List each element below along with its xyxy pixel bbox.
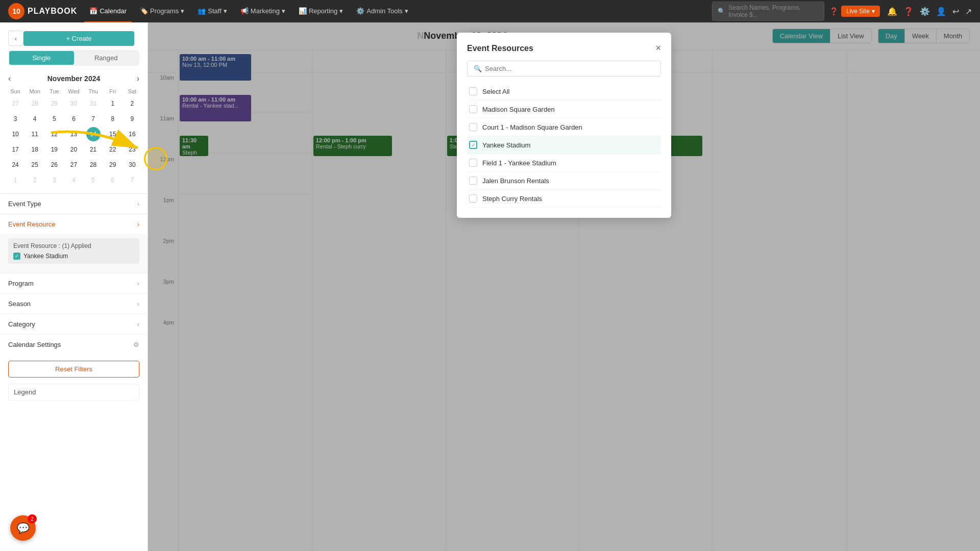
cal-day[interactable]: 30	[125, 158, 139, 172]
nav-staff[interactable]: 👥 Staff ▾	[192, 0, 232, 22]
event-resource-header[interactable]: Event Resource ›	[0, 214, 148, 234]
live-site-button[interactable]: Live Site ▾	[841, 6, 880, 17]
cal-day[interactable]: 3	[8, 112, 22, 126]
help-icon[interactable]: ❓	[829, 7, 838, 15]
cal-day[interactable]: 23	[125, 142, 139, 157]
create-button[interactable]: + Create	[23, 31, 134, 46]
cal-day[interactable]: 26	[47, 158, 61, 172]
cal-day[interactable]: 21	[86, 142, 101, 157]
yankee-stadium-checkbox-applied[interactable]	[13, 253, 20, 260]
cal-day[interactable]: 27	[66, 158, 81, 172]
season-header[interactable]: Season ›	[0, 294, 148, 314]
cal-day[interactable]: 15	[106, 127, 120, 141]
cal-day[interactable]: 9	[125, 112, 139, 126]
checkbox-yankee[interactable]	[469, 141, 477, 149]
cal-day[interactable]: 29	[106, 158, 120, 172]
cal-day[interactable]: 31	[86, 96, 101, 111]
user-icon[interactable]: 👤	[936, 7, 946, 16]
modal-item-yankee[interactable]: Yankee Stadium	[467, 136, 661, 154]
cal-day[interactable]: 5	[47, 112, 61, 126]
cal-day[interactable]: 18	[28, 142, 42, 157]
back-button[interactable]: ‹	[8, 31, 23, 46]
share-icon[interactable]: ↗	[965, 7, 972, 16]
chevron-right-icon: ›	[137, 321, 139, 328]
cal-day[interactable]: 30	[66, 96, 81, 111]
modal-item-court1msg[interactable]: Court 1 - Madison Square Garden	[467, 118, 661, 136]
modal-item-steph[interactable]: Steph Curry Rentals	[467, 190, 661, 208]
nav-calendar[interactable]: 📅 Calendar	[84, 0, 132, 22]
select-all-item[interactable]: Select All	[467, 83, 661, 101]
logo[interactable]: 10 PLAYBOOK	[8, 3, 77, 19]
global-search[interactable]: 🔍 Search Names, Programs, Invoice $...	[712, 2, 824, 21]
prev-month-button[interactable]: ‹	[6, 74, 13, 83]
logo-icon: 10	[8, 3, 24, 19]
cal-day[interactable]: 6	[66, 112, 81, 126]
checkbox-steph[interactable]	[469, 194, 477, 203]
cal-day-today[interactable]: 14	[86, 127, 101, 141]
cal-day[interactable]: 8	[106, 112, 120, 126]
cal-day[interactable]: 24	[8, 158, 22, 172]
cal-day[interactable]: 17	[8, 142, 22, 157]
checkbox-msg[interactable]	[469, 105, 477, 113]
cal-day[interactable]: 13	[66, 127, 81, 141]
category-header[interactable]: Category ›	[0, 314, 148, 334]
event-type-header[interactable]: Event Type ›	[0, 194, 148, 214]
cal-day[interactable]: 4	[66, 173, 81, 187]
cal-day[interactable]: 2	[28, 173, 42, 187]
cal-day[interactable]: 5	[86, 173, 101, 187]
calendar-grid: Sun Mon Tue Wed Thu Fri Sat 27 28 29 30 …	[6, 87, 141, 187]
cal-day[interactable]: 28	[28, 96, 42, 111]
modal-item-field1[interactable]: Field 1 - Yankee Stadium	[467, 154, 661, 172]
logo-text: PLAYBOOK	[28, 7, 77, 16]
modal-item-msg[interactable]: Madison Square Garden	[467, 101, 661, 118]
cal-day[interactable]: 7	[125, 173, 139, 187]
notifications-icon[interactable]: 🔔	[887, 7, 897, 16]
settings-icon[interactable]: ⚙️	[920, 7, 930, 16]
cal-day[interactable]: 12	[47, 127, 61, 141]
chat-bubble[interactable]: 💬 2	[10, 515, 36, 541]
nav-admin[interactable]: ⚙️ Admin Tools ▾	[351, 0, 413, 22]
calendar-settings-header[interactable]: Calendar Settings ⚙	[0, 335, 148, 355]
nav-reporting[interactable]: 📊 Reporting ▾	[293, 0, 348, 22]
cal-day[interactable]: 19	[47, 142, 61, 157]
event-resource-applied-panel: Event Resource : (1) Applied Yankee Stad…	[0, 234, 148, 273]
modal-close-button[interactable]: ×	[655, 43, 661, 54]
cal-day[interactable]: 28	[86, 158, 101, 172]
reset-filters-button[interactable]: Reset Filters	[8, 361, 139, 378]
cal-day[interactable]: 7	[86, 112, 101, 126]
modal-overlay[interactable]: Event Resources × 🔍 Select All Madison S…	[148, 22, 980, 551]
cal-day[interactable]: 3	[47, 173, 61, 187]
logout-icon[interactable]: ↩	[952, 7, 959, 16]
cal-day[interactable]: 1	[106, 96, 120, 111]
cal-day[interactable]: 27	[8, 96, 22, 111]
cal-day[interactable]: 4	[28, 112, 42, 126]
cal-day[interactable]: 11	[28, 127, 42, 141]
cal-day[interactable]: 25	[28, 158, 42, 172]
cal-day[interactable]: 2	[125, 96, 139, 111]
cal-day[interactable]: 20	[66, 142, 81, 157]
modal-search-input[interactable]	[485, 65, 654, 72]
cal-day[interactable]: 29	[47, 96, 61, 111]
event-resource-filter-section: Event Resource › Event Resource : (1) Ap…	[0, 214, 148, 273]
cal-day[interactable]: 16	[125, 127, 139, 141]
next-month-button[interactable]: ›	[135, 74, 141, 83]
select-all-checkbox[interactable]	[469, 87, 477, 95]
checkbox-field1[interactable]	[469, 159, 477, 167]
modal-item-jalen[interactable]: Jalen Brunson Rentals	[467, 172, 661, 190]
toggle-ranged[interactable]: Ranged	[74, 51, 139, 65]
nav-programs[interactable]: 🏷️ Programs ▾	[135, 0, 189, 22]
toggle-single[interactable]: Single	[9, 51, 74, 65]
calendar-month-title: November 2024	[47, 74, 101, 83]
modal-search-box[interactable]: 🔍	[467, 61, 661, 77]
cal-day[interactable]: 22	[106, 142, 120, 157]
gear-icon[interactable]: ⚙	[133, 341, 139, 348]
cal-day[interactable]: 10	[8, 127, 22, 141]
help-circle-icon[interactable]: ❓	[903, 7, 914, 16]
checkbox-court1msg[interactable]	[469, 123, 477, 131]
nav-marketing[interactable]: 📢 Marketing ▾	[235, 0, 290, 22]
checkbox-jalen[interactable]	[469, 177, 477, 185]
program-header[interactable]: Program ›	[0, 273, 148, 293]
chat-icon: 💬	[17, 522, 30, 534]
cal-day[interactable]: 6	[106, 173, 120, 187]
cal-day[interactable]: 1	[8, 173, 22, 187]
